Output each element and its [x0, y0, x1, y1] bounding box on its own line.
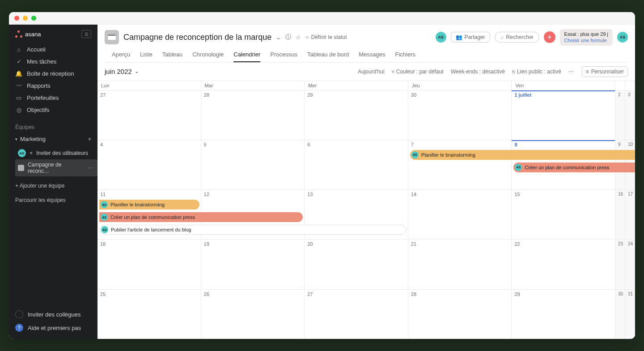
day-cell[interactable]: 27: [97, 90, 201, 140]
avatar-icon: AS: [18, 149, 26, 157]
day-cell[interactable]: 28: [408, 290, 512, 339]
brand-logo[interactable]: asana: [15, 30, 41, 38]
day-cell[interactable]: 7: [408, 140, 512, 189]
public-link-toggle[interactable]: ⎋Lien public : activé: [512, 68, 561, 75]
tab-chronologie[interactable]: Chronologie: [192, 49, 224, 62]
day-cell[interactable]: 24: [625, 240, 635, 289]
nav-icon: 🔔: [15, 70, 22, 77]
day-cell[interactable]: 22: [512, 240, 615, 289]
month-picker[interactable]: juin 2022⌄: [105, 68, 139, 75]
nav-objectifs[interactable]: ◎Objectifs: [9, 104, 97, 116]
member-avatar[interactable]: AS: [436, 32, 446, 43]
chevron-down-icon[interactable]: ⌄: [276, 34, 281, 41]
window-titlebar: [9, 12, 635, 25]
caret-down-icon: ▾: [15, 137, 17, 141]
task-press[interactable]: ASCréer un plan de communication press: [513, 163, 635, 172]
share-button[interactable]: 👥Partager: [451, 32, 490, 43]
teams-section-label: Équipes: [9, 118, 97, 133]
trial-banner[interactable]: Essai : plus que 29 j Choisir une formul…: [560, 29, 613, 46]
add-to-team-icon[interactable]: +: [88, 136, 91, 142]
sidebar: asana ☰ ⌂Accueil✓Mes tâches🔔Boîte de réc…: [9, 25, 97, 339]
nav-portefeuilles[interactable]: ▭Portefeuilles: [9, 92, 97, 104]
nav-icon: ▭: [15, 94, 22, 101]
weekends-toggle[interactable]: Week-ends : désactivé: [451, 68, 505, 75]
day-cell[interactable]: 6: [305, 140, 408, 189]
nav-rapports[interactable]: 〰Rapports: [9, 80, 97, 92]
day-cell[interactable]: 19: [201, 240, 305, 289]
nav-icon: ⌂: [15, 46, 22, 53]
task-press[interactable]: ASCréer un plan de communication press: [99, 212, 303, 222]
minimize-icon[interactable]: [23, 16, 28, 21]
day-cell[interactable]: 29: [512, 290, 615, 339]
day-cell[interactable]: 27: [305, 290, 408, 339]
day-cell[interactable]: 14: [408, 190, 512, 239]
day-header: Jeu: [408, 81, 512, 90]
customize-button[interactable]: ≡Personnaliser: [582, 66, 628, 77]
invite-users[interactable]: AS + Inviter des utilisateurs: [15, 147, 97, 159]
close-icon[interactable]: [14, 16, 19, 21]
maximize-icon[interactable]: [31, 16, 36, 21]
help-button[interactable]: ? Aide et premiers pas: [9, 321, 97, 334]
invite-colleagues[interactable]: Inviter des collègues: [9, 308, 97, 321]
tab-calendrier[interactable]: Calendrier: [233, 49, 260, 62]
day-cell[interactable]: 5: [201, 140, 305, 189]
day-cell[interactable]: 16: [615, 190, 625, 239]
today-button[interactable]: Aujourd'hui: [358, 68, 385, 75]
color-filter[interactable]: ▿Couleur : par défaut: [392, 68, 444, 75]
nav-icon: 〰: [15, 82, 22, 89]
help-icon: ?: [15, 324, 23, 332]
tab-aperçu[interactable]: Aperçu: [112, 49, 130, 62]
tab-fichiers[interactable]: Fichiers: [395, 49, 416, 62]
day-cell[interactable]: 23: [615, 240, 625, 289]
more-icon[interactable]: ⋯: [88, 165, 93, 171]
project-icon: [18, 165, 24, 171]
tab-processus[interactable]: Processus: [270, 49, 297, 62]
tab-tableau de bord[interactable]: Tableau de bord: [307, 49, 349, 62]
user-avatar[interactable]: AS: [617, 32, 628, 43]
task-brainstorm[interactable]: ASPlanifier le brainstorming: [99, 200, 199, 210]
team-marketing[interactable]: ▾Marketing +: [9, 133, 97, 145]
filter-icon: ▿: [392, 68, 394, 75]
day-cell[interactable]: 2: [615, 90, 625, 140]
more-options-icon[interactable]: ⋯: [568, 68, 575, 75]
nav-boîte-de-réception[interactable]: 🔔Boîte de réception: [9, 68, 97, 80]
star-icon[interactable]: ☆: [296, 34, 301, 41]
day-cell[interactable]: 30: [408, 90, 512, 140]
week-row: 18192021222324: [97, 239, 635, 289]
day-cell[interactable]: 3: [625, 90, 635, 140]
day-cell[interactable]: 26: [201, 290, 305, 339]
day-cell[interactable]: 20: [305, 240, 408, 289]
task-brainstorm[interactable]: ASPlanifier le brainstorming: [410, 150, 635, 160]
tab-liste[interactable]: Liste: [140, 49, 152, 62]
day-cell[interactable]: 28: [201, 90, 305, 140]
tab-messages[interactable]: Messages: [359, 49, 385, 62]
nav-mes-tâches[interactable]: ✓Mes tâches: [9, 56, 97, 68]
day-cell[interactable]: 18: [97, 240, 201, 289]
sidebar-project-campagne[interactable]: Campagne de reconc… ⋯: [15, 159, 97, 176]
project-badge-icon: [105, 30, 119, 44]
set-status-button[interactable]: ○Définir le statut: [305, 34, 347, 40]
nav-accueil[interactable]: ⌂Accueil: [9, 43, 97, 56]
search-input[interactable]: ⌕: [495, 32, 539, 43]
browse-teams[interactable]: Parcourir les équipes: [9, 193, 97, 203]
task-blog[interactable]: ASPublier l'article de lancement du blog: [99, 225, 407, 235]
day-cell[interactable]: 1 juillet: [512, 90, 615, 140]
day-cell[interactable]: 4: [97, 140, 201, 189]
day-cell[interactable]: 21: [408, 240, 512, 289]
global-add-button[interactable]: +: [544, 31, 555, 43]
nav-icon: ◎: [15, 107, 22, 113]
search-icon: ⌕: [500, 34, 504, 40]
day-header: Ven: [512, 81, 615, 90]
info-icon[interactable]: ⓘ: [285, 33, 291, 41]
day-cell[interactable]: 25: [97, 290, 201, 339]
day-cell[interactable]: 17: [625, 190, 635, 239]
day-cell[interactable]: 15: [512, 190, 615, 239]
day-cell[interactable]: 30: [615, 290, 625, 339]
add-team-button[interactable]: + Ajouter une équipe: [9, 178, 97, 193]
choose-plan-link[interactable]: Choisir une formule: [564, 37, 608, 43]
day-cell[interactable]: 31: [625, 290, 635, 339]
tab-tableau[interactable]: Tableau: [162, 49, 183, 62]
day-cell[interactable]: 29: [305, 90, 408, 140]
invite-icon: [15, 310, 23, 318]
collapse-sidebar-icon[interactable]: ☰: [81, 30, 91, 38]
